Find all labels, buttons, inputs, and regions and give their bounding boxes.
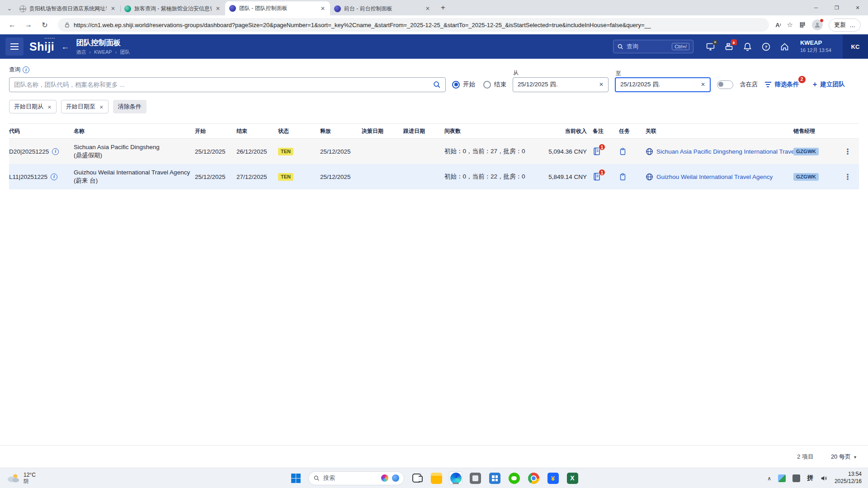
chip-start-date-to[interactable]: 开始日期至 <box>61 100 108 113</box>
user-avatar[interactable]: KC <box>843 34 868 59</box>
home-button[interactable] <box>780 42 790 52</box>
cashier-status-button[interactable] <box>724 42 734 52</box>
wechat-button[interactable] <box>507 471 521 485</box>
browser-tab-2[interactable]: 旅客查询 - 紫楠旅馆业治安信息管 <box>120 2 225 15</box>
back-button[interactable] <box>5 18 19 32</box>
notifications-button[interactable] <box>743 42 753 52</box>
browser-update-button[interactable]: 更新 <box>829 19 861 32</box>
radio-selected-icon[interactable] <box>452 81 460 89</box>
date-from-field[interactable]: 从 25/12/2025 四. <box>513 77 609 92</box>
chip-remove-icon[interactable] <box>99 103 104 110</box>
app-button-2[interactable] <box>488 471 501 485</box>
col-manager[interactable]: 销售经理 <box>793 127 836 135</box>
excel-button[interactable]: X <box>566 471 579 485</box>
chip-remove-icon[interactable] <box>47 103 52 110</box>
notes-button[interactable]: 1 <box>593 172 601 181</box>
tasks-button[interactable] <box>619 147 627 156</box>
col-start[interactable]: 开始 <box>195 127 236 135</box>
breadcrumb-groups[interactable]: 团队 <box>120 49 130 56</box>
tab-close-icon[interactable] <box>215 5 221 12</box>
search-submit-button[interactable] <box>433 80 441 89</box>
global-search-box[interactable]: 查询 Ctrl+/ <box>613 40 693 53</box>
row-actions-menu[interactable] <box>836 172 859 182</box>
linked-profile-link[interactable]: Guizhou Weilai International Travel Agen… <box>656 174 773 180</box>
main-menu-button[interactable] <box>5 38 24 56</box>
table-row[interactable]: L11|20251225 Guizhou Weilai Internationa… <box>9 164 859 189</box>
col-tasks[interactable]: 任务 <box>613 127 640 135</box>
include-inhouse-toggle[interactable] <box>717 80 733 89</box>
col-linked[interactable]: 关联 <box>640 127 793 135</box>
taskbar-weather-widget[interactable]: 12°C 阴 <box>6 472 36 485</box>
page-size-selector[interactable]: 20 每页 <box>831 453 856 461</box>
collections-icon[interactable] <box>799 21 806 28</box>
chip-start-date-from[interactable]: 开始日期从 <box>9 100 57 113</box>
refresh-button[interactable] <box>38 18 52 32</box>
radio-start[interactable]: 开始 <box>452 80 475 89</box>
address-bar[interactable]: https://cn1.web.ep.shiji.world/reservati… <box>58 18 769 32</box>
date-from-value[interactable]: 25/12/2025 四. <box>518 80 595 89</box>
date-to-field[interactable]: 至 25/12/2025 四. <box>615 77 711 92</box>
start-button[interactable] <box>289 471 302 485</box>
info-icon[interactable] <box>51 174 57 180</box>
chrome-button[interactable] <box>527 471 540 485</box>
speaker-icon[interactable] <box>820 474 828 482</box>
forward-button[interactable] <box>22 18 35 32</box>
filters-button[interactable]: 筛选条件 2 <box>764 80 799 89</box>
taskbar-clock[interactable]: 13:54 2025/12/16 <box>835 471 862 485</box>
edge-browser-button[interactable] <box>449 471 462 485</box>
tray-app-icon[interactable] <box>778 474 786 482</box>
tasks-button[interactable] <box>619 173 627 181</box>
breadcrumb-hotel[interactable]: 酒店 <box>76 49 86 56</box>
tray-expand-icon[interactable] <box>767 475 771 482</box>
browser-profile-avatar[interactable] <box>812 19 823 30</box>
app-button-1[interactable] <box>468 471 482 485</box>
header-back-button[interactable] <box>60 42 70 52</box>
tray-app-icon[interactable] <box>793 474 800 482</box>
help-button[interactable]: ? <box>761 42 771 52</box>
read-aloud-icon[interactable] <box>775 22 781 28</box>
ime-indicator[interactable]: 拼 <box>807 474 813 482</box>
window-restore-button[interactable] <box>826 0 847 15</box>
search-highlight-icon[interactable] <box>392 474 399 482</box>
info-icon[interactable] <box>52 148 59 155</box>
browser-tab-3-active[interactable]: 团队 - 团队控制面板 <box>225 1 330 15</box>
date-to-value[interactable]: 25/12/2025 四. <box>620 80 697 89</box>
col-decision[interactable]: 决策日期 <box>362 127 403 135</box>
tab-close-icon[interactable] <box>320 5 326 12</box>
table-row[interactable]: D20|20251225 Sichuan Asia Pacific Dingsh… <box>9 139 859 164</box>
payment-app-button[interactable]: ¥ <box>546 471 560 485</box>
col-status[interactable]: 状态 <box>278 127 320 135</box>
window-minimize-button[interactable] <box>806 0 826 15</box>
col-name[interactable]: 名称 <box>74 127 195 135</box>
workstation-status-button[interactable]: ✕ <box>706 42 716 52</box>
group-search-box[interactable] <box>9 77 446 92</box>
task-view-button[interactable] <box>410 471 424 485</box>
file-explorer-button[interactable] <box>429 471 443 485</box>
clear-date-to-icon[interactable] <box>701 81 705 88</box>
browser-tab-1[interactable]: 贵阳机场智选假日酒店系统网址导 <box>15 2 120 15</box>
info-icon[interactable] <box>23 66 29 73</box>
tab-close-icon[interactable] <box>110 5 116 12</box>
clear-filters-button[interactable]: 清除条件 <box>113 100 146 113</box>
notes-button[interactable]: 1 <box>593 147 601 156</box>
window-close-button[interactable] <box>847 0 868 15</box>
tab-search-chevron-icon[interactable] <box>4 2 15 14</box>
browser-tab-4[interactable]: 前台 - 前台控制面板 <box>330 2 435 15</box>
breadcrumb-property[interactable]: KWEAP <box>94 49 112 55</box>
search-highlight-icon[interactable] <box>381 474 388 482</box>
radio-unselected-icon[interactable] <box>483 81 491 89</box>
create-group-button[interactable]: 建立团队 <box>813 80 845 89</box>
col-followup[interactable]: 跟进日期 <box>403 127 444 135</box>
col-nights[interactable]: 间夜数 <box>444 127 542 135</box>
clear-date-from-icon[interactable] <box>599 81 604 88</box>
row-actions-menu[interactable] <box>836 147 859 156</box>
col-release[interactable]: 释放 <box>320 127 362 135</box>
favorite-star-icon[interactable] <box>787 21 793 29</box>
browser-menu-icon[interactable] <box>849 22 855 28</box>
col-notes[interactable]: 备注 <box>587 127 613 135</box>
group-search-input[interactable] <box>14 81 429 88</box>
property-info[interactable]: KWEAP 16 12月 13:54 <box>800 39 831 54</box>
col-end[interactable]: 结束 <box>236 127 278 135</box>
tab-close-icon[interactable] <box>425 5 431 12</box>
linked-profile-link[interactable]: Sichuan Asia Pacific Dingsheng Internati… <box>656 148 793 155</box>
